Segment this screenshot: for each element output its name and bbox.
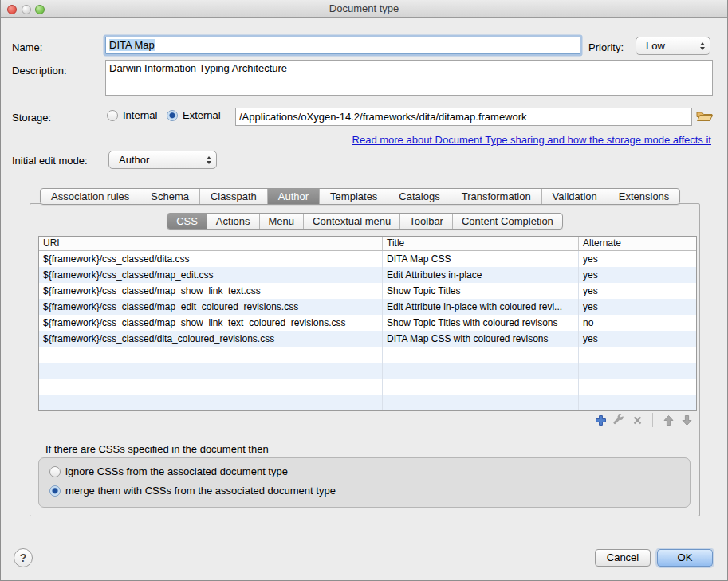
folder-icon [696, 109, 714, 123]
arrow-down-icon [681, 414, 693, 426]
window-title: Document type [1, 2, 727, 14]
plus-icon [595, 414, 607, 426]
cell-title: Edit Attributes in-place [383, 267, 579, 283]
tab-author[interactable]: Author [268, 189, 320, 204]
table-row-empty [39, 395, 696, 410]
cell-alternate: yes [579, 299, 696, 315]
cell-uri: ${framework}/css_classed/map_edit.css [39, 267, 383, 283]
arrow-up-icon [663, 414, 675, 426]
tab-catalogs[interactable]: Catalogs [388, 189, 451, 204]
help-button[interactable]: ? [14, 548, 33, 567]
tab-validation[interactable]: Validation [542, 189, 608, 204]
storage-sharing-link[interactable]: Read more about Document Type sharing an… [352, 134, 711, 146]
subtab-css[interactable]: CSS [167, 214, 207, 229]
priority-select[interactable]: Low [636, 37, 710, 55]
css-table: URI Title Alternate ${framework}/css_cla… [38, 236, 697, 411]
browse-folder-button[interactable] [696, 109, 714, 126]
description-input[interactable]: Darwin Information Typing Architecture [105, 60, 713, 96]
cell-title: Show Topic Titles with coloured revisons [383, 315, 579, 331]
move-down-button[interactable] [680, 414, 693, 426]
radio-selected-icon [167, 110, 178, 121]
table-row[interactable]: ${framework}/css_classed/dita_coloured_r… [39, 331, 696, 347]
tab-transformation[interactable]: Transformation [451, 189, 542, 204]
ignore-css-label: ignore CSSs from the associated document… [65, 465, 288, 477]
edit-mode-select[interactable]: Author [108, 151, 217, 169]
cell-alternate: yes [579, 283, 696, 299]
cell-uri: ${framework}/css_classed/map_edit_colour… [39, 299, 383, 315]
table-row-empty [39, 347, 696, 363]
stepper-arrows-icon [207, 156, 211, 164]
cell-alternate: yes [579, 331, 696, 347]
ok-button[interactable]: OK [657, 549, 713, 567]
toolbar-separator [652, 413, 653, 427]
radio-icon [107, 110, 118, 121]
table-row-empty [39, 379, 696, 395]
help-label: ? [20, 552, 27, 564]
table-row-empty [39, 363, 696, 379]
cell-title: Edit Attribute in-place with coloured re… [383, 299, 579, 315]
cell-alternate: yes [579, 267, 696, 283]
tab-association-rules[interactable]: Association rules [41, 189, 140, 204]
storage-internal-label: Internal [123, 109, 157, 121]
css-policy-label: If there are CSSs specified in the docum… [45, 443, 269, 455]
main-tab-bar: Association rules Schema Classpath Autho… [40, 188, 680, 205]
subtab-toolbar[interactable]: Toolbar [400, 214, 453, 229]
column-header-title[interactable]: Title [383, 237, 579, 250]
subtab-menu[interactable]: Menu [260, 214, 305, 229]
tab-templates[interactable]: Templates [320, 189, 388, 204]
storage-external-radio[interactable]: External [167, 109, 221, 121]
subtab-actions[interactable]: Actions [207, 214, 260, 229]
description-value: Darwin Information Typing Architecture [109, 62, 287, 74]
cell-uri: ${framework}/css_classed/dita_coloured_r… [39, 331, 383, 347]
merge-css-radio[interactable]: merge them with CSSs from the associated… [49, 485, 336, 497]
priority-value: Low [641, 40, 697, 52]
name-input[interactable]: DITA Map [105, 37, 580, 54]
add-button[interactable] [594, 414, 607, 426]
sub-tab-bar-wrap: CSS Actions Menu Contextual menu Toolbar… [30, 213, 700, 230]
table-header: URI Title Alternate [39, 237, 696, 251]
delete-button[interactable] [631, 414, 643, 426]
storage-path-input[interactable]: /Applications/oXygen-14.2/frameworks/dit… [235, 108, 692, 126]
column-header-alternate[interactable]: Alternate [579, 237, 696, 250]
merge-css-label: merge them with CSSs from the associated… [65, 485, 336, 497]
cell-title: Show Topic Titles [383, 283, 579, 299]
ignore-css-radio[interactable]: ignore CSSs from the associated document… [49, 465, 288, 477]
radio-icon [49, 466, 61, 477]
stepper-arrows-icon [700, 42, 705, 50]
document-type-dialog: Document type Name: DITA Map Priority: L… [0, 0, 728, 581]
move-up-button[interactable] [662, 414, 675, 426]
storage-path-value: /Applications/oXygen-14.2/frameworks/dit… [239, 111, 527, 123]
cell-uri: ${framework}/css_classed/map_show_link_t… [39, 283, 383, 299]
name-value: DITA Map [109, 39, 155, 51]
tab-schema[interactable]: Schema [140, 189, 200, 204]
edit-mode-value: Author [114, 154, 203, 166]
table-row[interactable]: ${framework}/css_classed/map_show_link_t… [39, 315, 696, 331]
table-row[interactable]: ${framework}/css_classed/map_edit_colour… [39, 299, 696, 315]
cell-alternate: yes [579, 251, 696, 267]
cell-title: DITA Map CSS with coloured revisons [383, 331, 579, 347]
x-icon [632, 414, 643, 426]
subtab-content-completion[interactable]: Content Completion [453, 214, 562, 229]
cell-uri: ${framework}/css_classed/dita.css [39, 251, 383, 267]
storage-label: Storage: [12, 112, 51, 124]
table-row[interactable]: ${framework}/css_classed/map_edit.css Ed… [39, 267, 696, 283]
wrench-icon [612, 414, 625, 426]
edit-button[interactable] [612, 414, 625, 426]
tab-extensions[interactable]: Extensions [608, 189, 680, 204]
name-label: Name: [12, 41, 42, 53]
cell-uri: ${framework}/css_classed/map_show_link_t… [39, 315, 383, 331]
table-toolbar [594, 413, 693, 427]
title-bar: Document type [1, 0, 727, 18]
subtab-contextual-menu[interactable]: Contextual menu [304, 214, 400, 229]
column-header-uri[interactable]: URI [39, 237, 383, 250]
table-row[interactable]: ${framework}/css_classed/dita.css DITA M… [39, 251, 696, 267]
storage-external-label: External [183, 109, 221, 121]
edit-mode-label: Initial edit mode: [12, 155, 88, 167]
tab-classpath[interactable]: Classpath [200, 189, 268, 204]
priority-label: Priority: [588, 41, 624, 53]
cancel-button[interactable]: Cancel [595, 549, 651, 567]
sub-tab-bar: CSS Actions Menu Contextual menu Toolbar… [167, 213, 563, 230]
cell-alternate: no [579, 315, 696, 331]
storage-internal-radio[interactable]: Internal [107, 109, 157, 121]
table-row[interactable]: ${framework}/css_classed/map_show_link_t… [39, 283, 696, 299]
